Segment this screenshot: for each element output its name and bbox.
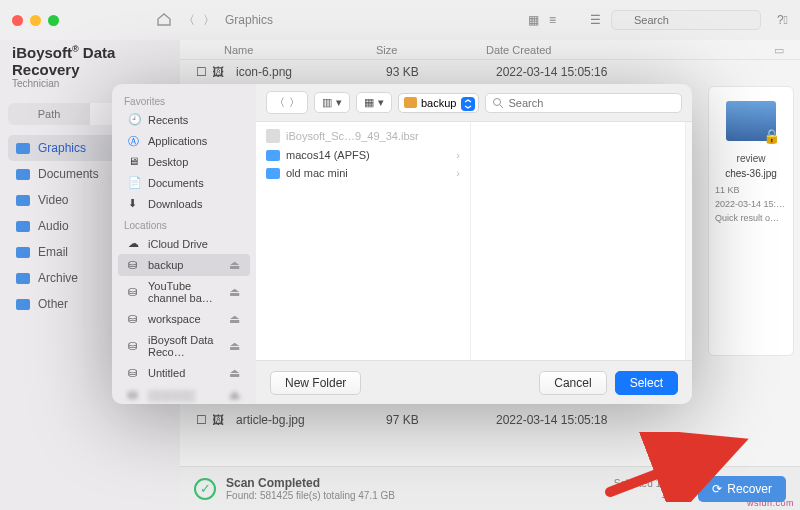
preview-note: Quick result o… (709, 211, 793, 225)
location-popup[interactable]: backup (398, 93, 479, 113)
sidebar-item-downloads[interactable]: ⬇Downloads (118, 193, 250, 214)
status-title: Scan Completed (226, 476, 604, 490)
breadcrumb: Graphics (225, 13, 273, 27)
eject-icon[interactable]: ⏏ (229, 285, 240, 299)
download-icon: ⬇ (128, 197, 141, 210)
dialog-toolbar: 〈〉 ▥▾ ▦▾ backup (256, 84, 692, 122)
file-size: 93 KB (386, 65, 496, 79)
file-row[interactable]: ☐ 🖼 icon-6.png 93 KB 2022-03-14 15:05:16 (180, 60, 800, 84)
preview-filename: ches-36.jpg (709, 164, 793, 183)
sidebar-item-icloud[interactable]: ☁iCloud Drive (118, 233, 250, 254)
preview-size: 11 KB (709, 183, 793, 197)
file-name: icon-6.png (236, 65, 386, 79)
scan-complete-icon: ✓ (194, 478, 216, 500)
desktop-icon: 🖥 (128, 155, 141, 168)
disk-icon: ⛁ (128, 286, 141, 299)
sidebar-item-recents[interactable]: 🕘Recents (118, 109, 250, 130)
clock-icon: 🕘 (128, 113, 141, 126)
sidebar-item-iboysoft-disk[interactable]: ⛁iBoysoft Data Reco…⏏ (118, 330, 250, 362)
nav-forward-icon[interactable]: 〉 (203, 12, 215, 29)
group-by-button[interactable]: ▦▾ (356, 92, 392, 113)
column-headers: Name Size Date Created ▭ (180, 40, 800, 60)
chevron-down-icon: ▾ (336, 96, 342, 109)
eject-icon[interactable]: ⏏ (229, 388, 240, 402)
dropdown-indicator-icon (461, 97, 475, 111)
sidebar-item-youtube[interactable]: ⛁YouTube channel ba…⏏ (118, 276, 250, 308)
recover-icon: ⟳ (712, 482, 722, 496)
eject-icon[interactable]: ⏏ (229, 339, 240, 353)
file-name: article-bg.jpg (236, 413, 386, 427)
col-name[interactable]: Name (196, 44, 376, 57)
eject-icon[interactable]: ⏏ (229, 312, 240, 326)
row-checkbox[interactable]: ☐ (196, 65, 212, 79)
sidebar-item-blurred[interactable]: ⛁░░░░░░⏏ (118, 384, 250, 404)
app-brand: iBoysoft® Data Recovery (8, 40, 172, 78)
close-window-button[interactable] (12, 15, 23, 26)
dialog-search-input[interactable] (485, 93, 682, 113)
preview-date: 2022-03-14 15:05:16 (709, 197, 793, 211)
browser-column-1: iBoysoft_Sc…9_49_34.ibsr macos14 (APFS)›… (256, 122, 471, 360)
home-icon[interactable] (156, 12, 172, 29)
disk-icon: ⛁ (128, 367, 141, 380)
disk-icon: ⛁ (128, 389, 141, 402)
selected-count: Selected 1 file(s) (614, 478, 688, 489)
col-date[interactable]: Date Created (486, 44, 774, 57)
list-item[interactable]: macos14 (APFS)› (256, 146, 470, 164)
locations-heading: Locations (114, 214, 254, 233)
save-dialog: Favorites 🕘Recents ⒶApplications 🖥Deskto… (112, 84, 692, 404)
cloud-icon: ☁ (128, 237, 141, 250)
file-icon (266, 129, 280, 143)
app-icon: Ⓐ (128, 134, 141, 147)
row-checkbox[interactable]: ☐ (196, 413, 212, 427)
nav-back-icon[interactable]: 〈 (183, 12, 195, 29)
chevron-right-icon: › (456, 149, 460, 161)
image-file-icon: 🖼 (212, 65, 230, 79)
sidebar-item-workspace[interactable]: ⛁workspace⏏ (118, 308, 250, 330)
sidebar-item-documents[interactable]: 📄Documents (118, 172, 250, 193)
preview-button[interactable]: review (709, 147, 793, 164)
image-file-icon: 🖼 (212, 413, 230, 427)
sidebar-item-desktop[interactable]: 🖥Desktop (118, 151, 250, 172)
status-bar: ✓ Scan Completed Found: 581425 file(s) t… (180, 466, 800, 510)
select-button[interactable]: Select (615, 371, 678, 395)
eject-icon[interactable]: ⏏ (229, 366, 240, 380)
status-detail: Found: 581425 file(s) totaling 47.1 GB (226, 490, 604, 501)
list-item[interactable]: old mac mini› (256, 164, 470, 182)
view-columns-button[interactable]: ▥▾ (314, 92, 350, 113)
tab-path[interactable]: Path (8, 103, 90, 125)
column-resize-handle[interactable] (686, 122, 692, 360)
help-icon[interactable]: ?⃝ (777, 13, 788, 27)
toolbar-search-input[interactable] (611, 10, 761, 30)
new-folder-button[interactable]: New Folder (270, 371, 361, 395)
grid-view-icon[interactable]: ▦ (528, 13, 539, 27)
preview-toggle-icon[interactable]: ▭ (774, 44, 784, 57)
file-row[interactable]: ☐ 🖼 article-bg.jpg 97 KB 2022-03-14 15:0… (180, 408, 800, 432)
watermark: wsldn.com (747, 498, 794, 508)
disk-icon: ⛁ (128, 313, 141, 326)
preview-pane: 🔒 review ches-36.jpg 11 KB 2022-03-14 15… (708, 86, 794, 356)
column-browser: iBoysoft_Sc…9_49_34.ibsr macos14 (APFS)›… (256, 122, 692, 360)
disk-icon: ⛁ (128, 259, 141, 272)
dialog-main: 〈〉 ▥▾ ▦▾ backup iBoysoft_Sc…9_49_34.ibsr… (256, 84, 692, 404)
minimize-window-button[interactable] (30, 15, 41, 26)
sidebar-item-backup[interactable]: ⛁backup⏏ (118, 254, 250, 276)
file-size: 97 KB (386, 413, 496, 427)
grid-icon: ▦ (364, 96, 374, 109)
file-date: 2022-03-14 15:05:18 (496, 413, 784, 427)
list-view-icon[interactable]: ≡ (549, 13, 556, 27)
filter-icon[interactable]: ☰ (590, 13, 601, 27)
chevron-right-icon: 〉 (289, 95, 300, 110)
sidebar-item-applications[interactable]: ⒶApplications (118, 130, 250, 151)
titlebar: 〈 〉 Graphics ▦ ≡ ☰ ?⃝ (0, 0, 800, 40)
sidebar-item-untitled[interactable]: ⛁Untitled⏏ (118, 362, 250, 384)
col-size[interactable]: Size (376, 44, 486, 57)
favorites-heading: Favorites (114, 90, 254, 109)
folder-icon (266, 168, 280, 179)
chevron-left-icon: 〈 (274, 95, 285, 110)
cancel-button[interactable]: Cancel (539, 371, 606, 395)
history-back-forward[interactable]: 〈〉 (266, 91, 308, 114)
folder-icon (404, 97, 417, 108)
list-item[interactable]: iBoysoft_Sc…9_49_34.ibsr (256, 126, 470, 146)
zoom-window-button[interactable] (48, 15, 59, 26)
eject-icon[interactable]: ⏏ (229, 258, 240, 272)
